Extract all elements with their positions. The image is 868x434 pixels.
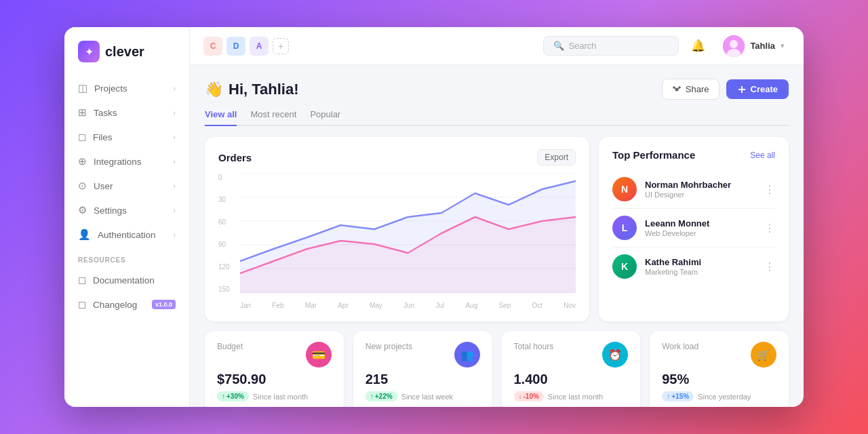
- chart-x-labels: Jan Feb Mar Apr May Jun Jul Aug Sep Oct …: [240, 296, 576, 309]
- chart-title: Orders: [218, 152, 252, 163]
- stat-hours-value: 1.400: [514, 372, 629, 387]
- chevron-icon: ›: [173, 206, 176, 214]
- sidebar-item-label: Files: [93, 132, 113, 142]
- person-3-more-icon[interactable]: ⋮: [764, 260, 775, 273]
- perf-person-1: N Norman Mohrbacher UI Designer ⋮: [612, 170, 775, 209]
- budget-icon: 💳: [306, 342, 332, 368]
- person-2-avatar: L: [612, 216, 637, 240]
- tab-avatar-d[interactable]: D: [226, 37, 245, 56]
- stat-total-hours: Total hours ⏰ 1.400 ↓ -10% Since last mo…: [502, 331, 641, 407]
- search-bar[interactable]: 🔍 Search: [543, 36, 679, 56]
- chevron-icon: ›: [173, 84, 176, 92]
- performance-header: Top Performance See all: [612, 149, 775, 161]
- changelog-icon: ◻: [78, 298, 86, 311]
- tab-avatars: C D A +: [203, 37, 289, 56]
- export-button[interactable]: Export: [537, 149, 576, 165]
- user-profile[interactable]: Tahlia ▾: [717, 33, 790, 60]
- notification-icon[interactable]: 🔔: [691, 39, 705, 53]
- person-1-role: UI Designer: [645, 191, 756, 199]
- main-content: 👋 Hi, Tahlia! Share Create View all: [190, 65, 804, 407]
- stat-workload: Work load 🛒 95% ↑ +15% Since yesterday: [650, 331, 789, 407]
- stat-workload-footer: ↑ +15% Since yesterday: [662, 391, 776, 401]
- chart-header: Orders Export: [218, 149, 576, 165]
- resources-label: RESOURCES: [64, 247, 189, 268]
- stat-workload-value: 95%: [662, 372, 776, 387]
- changelog-badge: v1.0.0: [152, 300, 176, 309]
- sidebar: ✦ clever ◫ Projects › ⊞ Tasks ›: [64, 27, 190, 407]
- search-icon: 🔍: [553, 41, 564, 51]
- stat-hours-label: Total hours: [514, 342, 554, 351]
- logo-icon: ✦: [78, 41, 100, 62]
- tab-avatar-a[interactable]: A: [250, 37, 269, 56]
- avatar: [723, 35, 745, 57]
- budget-badge: ↑ +30%: [217, 391, 249, 401]
- hours-badge: ↓ -10%: [514, 391, 544, 401]
- sidebar-item-authentication[interactable]: 👤 Authentication ›: [64, 222, 189, 247]
- user-icon: ⊙: [78, 180, 87, 192]
- share-button[interactable]: Share: [662, 79, 719, 100]
- greeting-emoji: 👋: [205, 81, 223, 98]
- hours-icon: ⏰: [602, 342, 628, 368]
- person-3-info: Kathe Rahimi Marketing Team: [645, 257, 756, 276]
- workload-icon: 🛒: [751, 342, 776, 368]
- add-tab-button[interactable]: +: [273, 38, 289, 54]
- integrations-icon: ⊕: [78, 155, 87, 167]
- stat-new-projects: New projects 👥 215 ↑ +22% Since last wee…: [353, 331, 492, 407]
- person-3-name: Kathe Rahimi: [645, 257, 756, 267]
- chevron-icon: ›: [173, 108, 176, 117]
- create-button[interactable]: Create: [726, 79, 789, 99]
- person-1-info: Norman Mohrbacher UI Designer: [645, 180, 756, 199]
- sidebar-item-projects[interactable]: ◫ Projects ›: [64, 76, 189, 100]
- auth-icon: 👤: [78, 229, 91, 241]
- main-area: C D A + 🔍 Search 🔔 Tahlia: [190, 27, 804, 407]
- docs-icon: ◻: [78, 274, 86, 286]
- tab-most-recent[interactable]: Most recent: [250, 109, 296, 125]
- person-2-more-icon[interactable]: ⋮: [764, 222, 775, 235]
- tabs-row: View all Most recent Popular: [205, 109, 789, 126]
- sidebar-item-changelog[interactable]: ◻ Changelog v1.0.0: [64, 292, 189, 317]
- sidebar-item-label: Tasks: [94, 108, 117, 118]
- person-3-avatar: K: [612, 254, 637, 279]
- sidebar-item-tasks[interactable]: ⊞ Tasks ›: [64, 100, 189, 125]
- stat-budget: Budget 💳 $750.90 ↑ +30% Since last month: [205, 331, 344, 407]
- performance-title: Top Performance: [612, 149, 695, 161]
- stat-budget-label: Budget: [217, 342, 243, 351]
- greeting: 👋 Hi, Tahlia!: [205, 81, 299, 98]
- sidebar-item-settings[interactable]: ⚙ Settings ›: [64, 198, 189, 222]
- top-performance-card: Top Performance See all N Norman Mohrbac…: [599, 137, 789, 321]
- person-3-role: Marketing Team: [645, 268, 756, 276]
- chart-svg: [240, 174, 576, 293]
- stats-row: Budget 💳 $750.90 ↑ +30% Since last month…: [205, 331, 789, 407]
- sidebar-item-integrations[interactable]: ⊕ Integrations ›: [64, 149, 189, 174]
- tab-avatar-c[interactable]: C: [203, 37, 222, 56]
- tab-popular[interactable]: Popular: [310, 109, 340, 125]
- chart-y-labels: 150 120 90 60 30 0: [218, 174, 237, 293]
- tab-view-all[interactable]: View all: [205, 109, 237, 126]
- sidebar-item-label: Changelog: [93, 300, 137, 310]
- see-all-link[interactable]: See all: [750, 151, 775, 160]
- greeting-actions: Share Create: [662, 79, 789, 100]
- files-icon: ◻: [78, 131, 86, 143]
- projects-icon: 👥: [454, 342, 480, 368]
- projects-badge: ↑ +22%: [366, 391, 397, 401]
- user-name: Tahlia: [750, 41, 775, 51]
- sidebar-item-label: Integrations: [94, 157, 142, 167]
- greeting-row: 👋 Hi, Tahlia! Share Create: [205, 79, 789, 100]
- chart-area: 150 120 90 60 30 0: [218, 174, 576, 309]
- workload-badge: ↑ +15%: [662, 391, 694, 401]
- sidebar-navigation: ◫ Projects › ⊞ Tasks › ◻ Files ›: [64, 73, 189, 407]
- tasks-icon: ⊞: [78, 106, 87, 119]
- logo-text: clever: [105, 44, 144, 60]
- perf-person-2: L Leeann Monnet Web Developer ⋮: [612, 209, 775, 248]
- person-2-role: Web Developer: [645, 229, 756, 237]
- stat-projects-label: New projects: [366, 342, 412, 351]
- sidebar-item-user[interactable]: ⊙ User ›: [64, 174, 189, 198]
- sidebar-item-documentation[interactable]: ◻ Documentation: [64, 268, 189, 292]
- stat-budget-footer: ↑ +30% Since last month: [217, 391, 332, 401]
- svg-point-1: [730, 40, 738, 48]
- sidebar-item-files[interactable]: ◻ Files ›: [64, 125, 189, 149]
- stat-projects-value: 215: [366, 372, 480, 387]
- person-1-more-icon[interactable]: ⋮: [764, 183, 775, 196]
- chevron-icon: ›: [173, 157, 176, 165]
- settings-icon: ⚙: [78, 204, 87, 216]
